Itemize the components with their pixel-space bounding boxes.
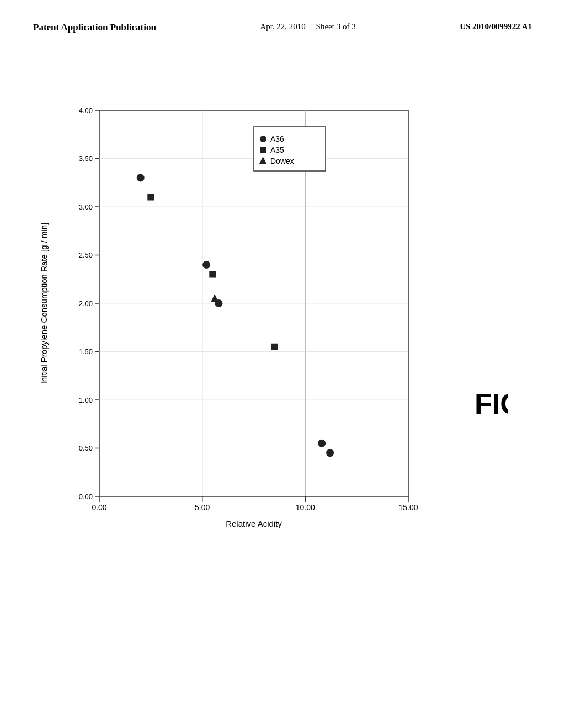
publication-date: Apr. 22, 2010: [260, 22, 306, 31]
svg-text:3.50: 3.50: [79, 154, 93, 163]
a35-point-1: [147, 194, 154, 201]
page-header: Patent Application Publication Apr. 22, …: [0, 0, 565, 33]
svg-text:A36: A36: [270, 135, 284, 143]
svg-text:2.50: 2.50: [79, 251, 93, 259]
svg-text:0.00: 0.00: [92, 503, 106, 512]
svg-text:Relative Acidity: Relative Acidity: [226, 519, 282, 528]
svg-text:4.00: 4.00: [79, 106, 93, 115]
svg-text:5.00: 5.00: [195, 503, 210, 512]
svg-text:0.50: 0.50: [79, 444, 93, 452]
svg-text:3.00: 3.00: [79, 203, 93, 211]
svg-point-39: [260, 136, 266, 142]
svg-text:A35: A35: [270, 146, 284, 154]
svg-text:1.00: 1.00: [79, 396, 93, 404]
a36-point-1: [137, 174, 145, 182]
chart-group: 0.00 5.00 10.00 15.00 Relative Acidity 0…: [39, 106, 418, 528]
publication-number: US 2010/0099922 A1: [460, 22, 532, 31]
svg-text:Initial Propylene Consumption : Initial Propylene Consumption Rate [g / …: [39, 223, 49, 384]
figure-label: FIG. 3: [475, 388, 508, 420]
svg-text:10.00: 10.00: [296, 503, 315, 512]
svg-text:Dowex: Dowex: [270, 157, 294, 165]
publication-date-sheet: Apr. 22, 2010 Sheet 3 of 3: [260, 22, 355, 31]
svg-text:15.00: 15.00: [398, 503, 418, 512]
sheet-info: Sheet 3 of 3: [316, 22, 356, 31]
a36-point-5: [326, 449, 334, 457]
svg-text:1.50: 1.50: [79, 347, 93, 356]
svg-text:0.00: 0.00: [79, 493, 93, 501]
a36-point-4: [318, 440, 326, 447]
svg-rect-41: [260, 147, 266, 153]
svg-text:2.00: 2.00: [79, 299, 93, 308]
a35-point-3: [271, 344, 278, 350]
publication-label: Patent Application Publication: [33, 22, 156, 33]
a36-point-2: [202, 261, 210, 269]
a35-point-2: [209, 271, 216, 278]
chart-svg: 0.00 5.00 10.00 15.00 Relative Acidity 0…: [28, 83, 508, 634]
